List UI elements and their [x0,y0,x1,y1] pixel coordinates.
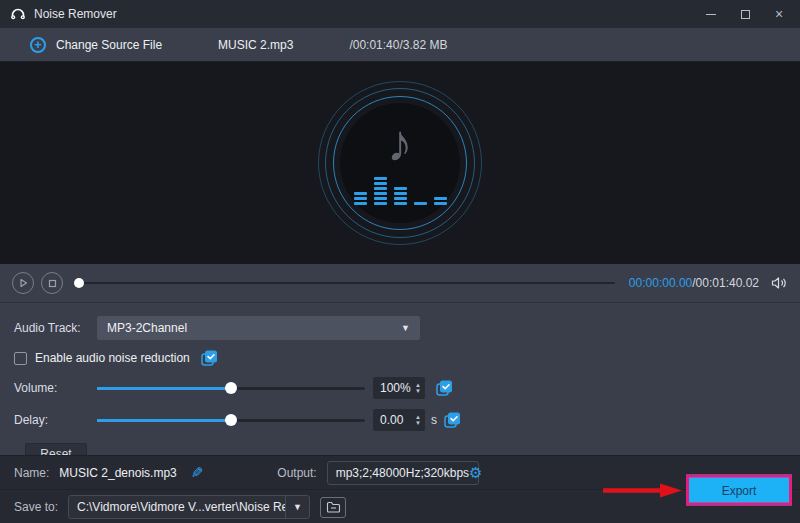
close-icon: × [775,7,783,21]
music-note-icon: ♪ [387,117,413,169]
edit-name-icon[interactable]: ✎ [191,464,204,482]
play-icon [18,278,28,288]
preview-area: ♪ [0,62,800,264]
noise-reduction-row: Enable audio noise reduction [14,347,786,369]
add-source-icon[interactable]: + [30,37,46,53]
delay-value: 0.00 [380,413,403,427]
delay-unit-label: s [431,413,437,427]
volume-slider-fill [97,387,231,390]
maximize-button[interactable] [734,5,756,23]
save-to-caret-icon[interactable]: ▼ [285,496,309,518]
red-arrow-icon [603,481,683,499]
play-button[interactable] [12,272,34,294]
volume-label: Volume: [14,381,97,395]
folder-icon [326,501,341,513]
save-to-path: C:\Vidmore\Vidmore V...verter\Noise Remo… [69,500,285,514]
source-file-info: /00:01:40/3.82 MB [349,38,447,52]
delay-row: Delay: 0.00 ▲▼ s [14,407,786,433]
speaker-icon [771,276,788,290]
progress-track [79,282,615,284]
output-label: Output: [277,466,316,480]
stop-button[interactable] [41,272,63,294]
maximize-icon [741,10,750,19]
audio-artwork: ♪ [318,81,482,245]
close-button[interactable]: × [768,5,790,23]
save-to-label: Save to: [14,500,58,514]
export-button[interactable]: Export [686,475,792,506]
volume-slider-thumb[interactable] [225,382,237,394]
stop-icon [48,279,57,288]
noise-remover-window: Noise Remover × + Change Source File MUS… [0,0,800,523]
window-title: Noise Remover [34,7,117,21]
spin-down-icon[interactable]: ▼ [415,420,421,426]
settings-panel: Audio Track: MP3-2Channel ▼ Enable audio… [0,302,800,455]
spin-down-icon[interactable]: ▼ [415,388,421,394]
change-source-file-button[interactable]: Change Source File [56,38,162,52]
minimize-button[interactable] [700,5,722,23]
source-bar: + Change Source File MUSIC 2.mp3 /00:01:… [0,28,800,62]
source-file-name: MUSIC 2.mp3 [218,38,293,52]
progress-slider[interactable] [79,276,615,290]
delay-spinner[interactable]: 0.00 ▲▼ [373,409,425,431]
time-current: 00:00:00.00 [629,276,692,290]
volume-button[interactable] [771,276,788,290]
progress-slider-thumb[interactable] [74,278,84,288]
noise-reduction-label: Enable audio noise reduction [35,351,190,365]
time-total: /00:01:40.02 [692,276,759,290]
save-to-select[interactable]: C:\Vidmore\Vidmore V...verter\Noise Remo… [68,495,310,519]
export-callout: Export [603,475,792,506]
output-file-name: MUSIC 2_denois.mp3 [59,466,176,480]
delay-spin-arrows[interactable]: ▲▼ [415,414,421,426]
footer: Name: MUSIC 2_denois.mp3 ✎ Output: mp3;2… [0,455,800,523]
audio-track-select[interactable]: MP3-2Channel ▼ [97,316,420,340]
audio-track-row: Audio Track: MP3-2Channel ▼ [14,315,786,341]
headphones-icon [10,7,26,21]
noise-reduction-checkbox[interactable] [14,352,27,365]
artwork-disc: ♪ [340,103,460,223]
chevron-down-icon: ▼ [401,323,410,333]
gear-icon[interactable]: ⚙ [469,465,482,480]
audio-track-value: MP3-2Channel [107,321,187,335]
time-display: 00:00:00.00/00:01:40.02 [629,276,759,290]
audio-track-label: Audio Track: [14,321,97,335]
open-folder-button[interactable] [320,497,346,518]
delay-slider-fill [97,419,231,422]
volume-apply-to-all-icon[interactable] [435,379,454,397]
playback-bar: 00:00:00.00/00:01:40.02 [0,264,800,302]
minimize-icon [706,14,716,15]
volume-spinner[interactable]: 100% ▲▼ [373,377,425,399]
delay-apply-to-all-icon[interactable] [443,411,462,429]
apply-to-all-icon[interactable] [200,349,219,367]
delay-slider[interactable] [97,413,365,427]
delay-slider-thumb[interactable] [225,414,237,426]
name-label: Name: [14,466,49,480]
volume-value: 100% [380,381,411,395]
output-format-field[interactable]: mp3;2;48000Hz;320kbps ⚙ [327,461,479,485]
volume-spin-arrows[interactable]: ▲▼ [415,382,421,394]
title-bar: Noise Remover × [0,0,800,28]
equalizer-icon [354,171,447,205]
volume-row: Volume: 100% ▲▼ [14,375,786,401]
output-format-value: mp3;2;48000Hz;320kbps [336,466,469,480]
volume-slider[interactable] [97,381,365,395]
delay-label: Delay: [14,413,97,427]
